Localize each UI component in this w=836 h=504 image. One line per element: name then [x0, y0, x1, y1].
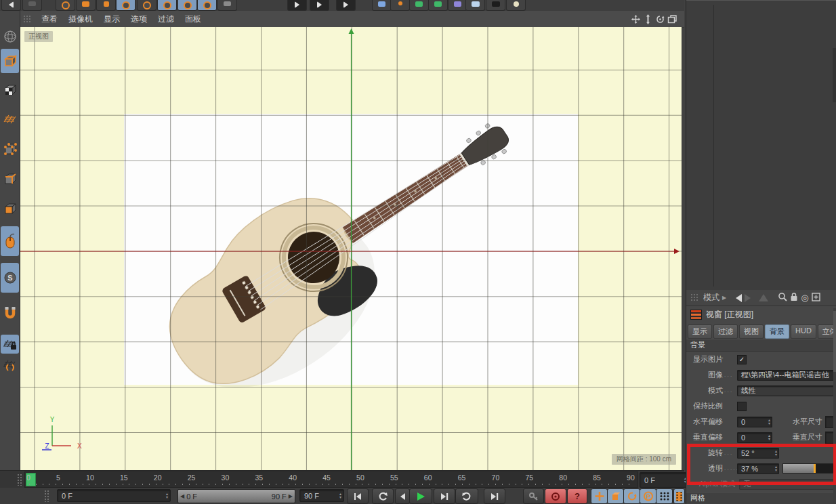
attribute-scrollbar[interactable]: [833, 308, 836, 504]
viewport-menu-item[interactable]: 摄像机: [68, 14, 93, 25]
next-frame-button[interactable]: [434, 488, 455, 504]
background-section-header[interactable]: 背景: [686, 339, 836, 352]
goto-end-button[interactable]: [484, 488, 505, 504]
slider-handle[interactable]: [814, 464, 816, 473]
tab-background[interactable]: 背景: [765, 324, 789, 339]
goto-start-button[interactable]: [347, 488, 369, 504]
transparency-slider[interactable]: [782, 463, 836, 474]
end-frame-spinner[interactable]: 90 F ▴▾: [299, 489, 344, 502]
mode-dropdown[interactable]: 线性: [737, 385, 835, 396]
record-rotation-icon[interactable]: [623, 488, 640, 504]
viewport-menu-item[interactable]: 显示: [104, 14, 120, 25]
texture-mode-icon[interactable]: [1, 79, 19, 102]
autokey-button[interactable]: ?: [567, 488, 587, 504]
light-icon[interactable]: [506, 0, 526, 11]
new-window-icon[interactable]: [812, 293, 820, 303]
play-backwards-button[interactable]: [372, 488, 394, 504]
stepper-icon[interactable]: ▴▾: [768, 434, 770, 441]
v-offset-field[interactable]: 0 ▴▾: [737, 432, 772, 443]
floor-icon[interactable]: [465, 0, 485, 11]
live-selection-icon[interactable]: [56, 0, 75, 11]
viewport-canvas[interactable]: Y X Z 正视图 网格间距 : 100 cm: [20, 27, 682, 470]
alpha-mode-dropdown[interactable]: 无: [739, 479, 835, 490]
h-offset-field[interactable]: 0 ▴▾: [737, 417, 772, 427]
pan-view-icon[interactable]: [631, 14, 641, 24]
magnet-snap-icon[interactable]: [1, 299, 19, 329]
subdivision-surface-icon[interactable]: [409, 0, 429, 11]
previous-frame-button[interactable]: [395, 488, 410, 504]
render-view-icon[interactable]: [287, 0, 307, 11]
keep-ratio-checkbox[interactable]: [737, 402, 747, 411]
snap-setting-icon[interactable]: S: [1, 263, 19, 293]
coordinate-system-icon[interactable]: [217, 0, 237, 11]
polygons-mode-icon[interactable]: [1, 196, 19, 221]
viewport-menu-item[interactable]: 过滤: [158, 14, 174, 25]
redo-icon[interactable]: [22, 0, 42, 11]
tab-hud[interactable]: HUD: [791, 324, 816, 339]
record-parameters-icon[interactable]: P: [640, 488, 656, 504]
render-region-icon[interactable]: [310, 0, 329, 11]
rotate-tool-icon[interactable]: [116, 0, 135, 11]
loop-button[interactable]: [455, 488, 478, 504]
history-back-icon[interactable]: [736, 294, 742, 302]
toggle-view-icon[interactable]: [667, 14, 677, 24]
tab-view[interactable]: 视图: [739, 324, 764, 339]
object-manager[interactable]: [686, 0, 836, 291]
move-tool-icon[interactable]: [76, 0, 96, 11]
model-mode-icon[interactable]: [1, 49, 19, 73]
deformer-icon[interactable]: [448, 0, 467, 11]
rotate-band-icon[interactable]: [137, 0, 156, 11]
stepper-icon[interactable]: ▴▾: [339, 492, 341, 499]
record-scale-icon[interactable]: [607, 488, 624, 504]
play-button[interactable]: [409, 488, 432, 504]
object-manager-scrollbar[interactable]: [833, 48, 836, 102]
stepper-icon[interactable]: ▴▾: [775, 450, 777, 457]
workplane-mode-icon[interactable]: [1, 107, 19, 130]
viewport-menu-item[interactable]: 选项: [131, 14, 147, 25]
stepper-icon[interactable]: ▴▾: [166, 492, 168, 499]
ruler-frame-spinner[interactable]: 0 F ▴▾: [640, 472, 689, 488]
image-path-field[interactable]: 程\第四课\4--电箱民谣吉他: [737, 370, 836, 381]
grid-section-header[interactable]: 网格: [686, 492, 836, 504]
current-frame-spinner[interactable]: 0 F ▴▾: [57, 489, 171, 502]
render-settings-icon[interactable]: [336, 0, 356, 11]
show-image-checkbox[interactable]: ✓: [737, 355, 747, 364]
lock-icon[interactable]: [790, 292, 798, 303]
timeline-ruler[interactable]: 051015202530354045505560657075808590: [24, 471, 638, 488]
axis-y-icon[interactable]: [177, 0, 197, 11]
record-point-level-icon[interactable]: [656, 488, 673, 504]
rotate-view-icon[interactable]: [655, 14, 665, 24]
stepper-icon[interactable]: ▴▾: [775, 465, 777, 472]
cloner-icon[interactable]: [428, 0, 448, 11]
workplane-lock-icon[interactable]: [1, 335, 19, 354]
frame-range-slider[interactable]: ◀ 0 F 90 F ▶: [177, 489, 295, 503]
ruler-drag-handle[interactable]: [17, 474, 23, 486]
target-icon[interactable]: ◎: [801, 293, 808, 303]
history-forward-icon[interactable]: [745, 294, 751, 302]
hierarchy-icon[interactable]: [759, 294, 768, 301]
points-mode-icon[interactable]: [1, 137, 19, 161]
tab-filter[interactable]: 过滤: [713, 324, 738, 339]
attribute-drag-handle[interactable]: [690, 293, 699, 302]
transport-drag-handle[interactable]: [44, 490, 50, 502]
record-position-icon[interactable]: [591, 488, 608, 504]
workplane-grid-icon[interactable]: [1, 355, 19, 374]
axis-x-icon[interactable]: [157, 0, 177, 11]
primitive-cube-icon[interactable]: [372, 0, 392, 11]
axis-z-icon[interactable]: [197, 0, 217, 11]
tab-display[interactable]: 显示: [688, 324, 712, 339]
range-left-icon[interactable]: ◀: [178, 493, 186, 499]
edges-mode-icon[interactable]: [1, 167, 19, 191]
stepper-icon[interactable]: ▴▾: [768, 419, 770, 425]
viewport-tweak-icon[interactable]: [1, 226, 19, 256]
search-icon[interactable]: [778, 292, 787, 303]
camera-icon[interactable]: [486, 0, 505, 11]
undo-icon[interactable]: [1, 0, 21, 11]
mode-menu[interactable]: 模式: [703, 292, 719, 303]
viewport-menu-item[interactable]: 查看: [41, 14, 58, 25]
menubar-drag-handle[interactable]: [23, 15, 32, 24]
scale-tool-icon[interactable]: [96, 0, 116, 11]
spline-pen-icon[interactable]: [390, 0, 410, 11]
range-right-icon[interactable]: ▶: [287, 493, 295, 499]
rotation-field[interactable]: 52 ° ▴▾: [737, 448, 779, 459]
